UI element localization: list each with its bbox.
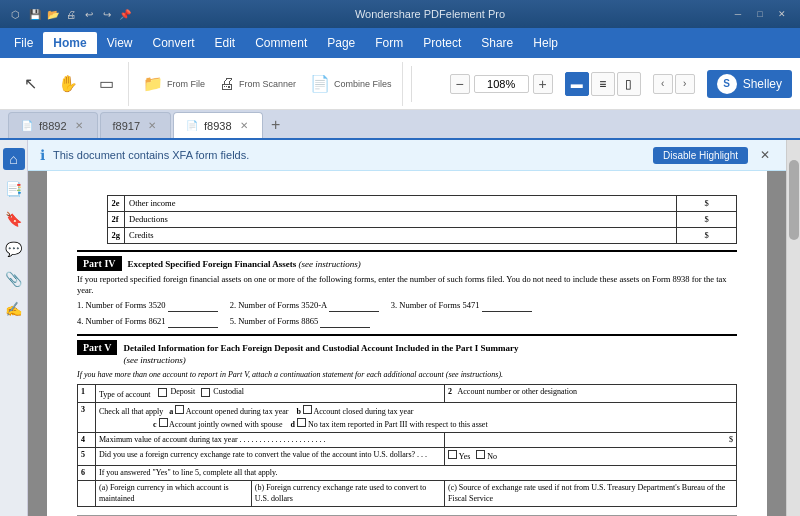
part5-row4: 4 Maximum value of account during tax ye… bbox=[78, 432, 737, 447]
from-file-icon: 📁 bbox=[143, 76, 163, 92]
combine-files-button[interactable]: 📄 Combine Files bbox=[304, 73, 398, 95]
tab-f8938[interactable]: 📄 f8938 ✕ bbox=[173, 112, 263, 138]
vertical-scrollbar[interactable] bbox=[786, 140, 800, 516]
scanner-icon: 🖨 bbox=[219, 76, 235, 92]
row-2e-num: 2e bbox=[107, 196, 125, 212]
toolbar: ↖ ✋ ▭ 📁 From File 🖨 From Scanner 📄 Combi… bbox=[0, 58, 800, 110]
folder-open-icon[interactable]: 📂 bbox=[46, 7, 60, 21]
menu-protect[interactable]: Protect bbox=[413, 32, 471, 54]
sidebar-pages-icon[interactable]: 📑 bbox=[3, 178, 25, 200]
tab-f8892-label: f8892 bbox=[39, 120, 67, 132]
document-area: ℹ This document contains XFA form fields… bbox=[28, 140, 786, 516]
part2-table-continued: 2e Other income $ 2f Deductions $ 2g Cre… bbox=[77, 195, 737, 244]
single-page-view-button[interactable]: ▬ bbox=[565, 72, 589, 96]
row6-label: If you answered "Yes" to line 5, complet… bbox=[96, 465, 737, 480]
hand-tool[interactable]: ✋ bbox=[50, 73, 86, 95]
row-2e-symbol: $ bbox=[677, 196, 737, 212]
part5-row6: 6 If you answered "Yes" to line 5, compl… bbox=[78, 465, 737, 480]
part4-header: Part IV Excepted Specified Foreign Finan… bbox=[77, 250, 737, 271]
tab-f8938-close[interactable]: ✕ bbox=[238, 120, 250, 131]
xfa-close-button[interactable]: ✕ bbox=[756, 146, 774, 164]
tab-f8917[interactable]: f8917 ✕ bbox=[100, 112, 172, 138]
row1-col2: 2 Account number or other designation bbox=[444, 385, 736, 403]
print-icon[interactable]: 🖨 bbox=[64, 7, 78, 21]
row-2g-symbol: $ bbox=[677, 228, 737, 244]
tab-f8892-close[interactable]: ✕ bbox=[73, 120, 85, 131]
left-sidebar: ⌂ 📑 🔖 💬 📎 ✍ bbox=[0, 140, 28, 516]
pin-icon[interactable]: 📌 bbox=[118, 7, 132, 21]
form3520a-label: 2. Number of Forms 3520-A bbox=[230, 300, 379, 312]
tab-f8892-icon: 📄 bbox=[21, 120, 33, 131]
zoom-level-display[interactable]: 108% bbox=[474, 75, 529, 93]
menu-form[interactable]: Form bbox=[365, 32, 413, 54]
select-tool[interactable]: ▭ bbox=[88, 73, 124, 95]
form8621-label: 4. Number of Forms 8621 bbox=[77, 316, 218, 328]
from-scanner-button[interactable]: 🖨 From Scanner bbox=[213, 73, 302, 95]
sidebar-home-icon[interactable]: ⌂ bbox=[3, 148, 25, 170]
custodial-check: Custodial bbox=[201, 387, 244, 397]
app-icon: ⬡ bbox=[8, 7, 22, 21]
sidebar-signatures-icon[interactable]: ✍ bbox=[3, 298, 25, 320]
tab-f8938-icon: 📄 bbox=[186, 120, 198, 131]
part5-col-headers: (a) Foreign currency in which account is… bbox=[78, 481, 737, 507]
tab-f8917-close[interactable]: ✕ bbox=[146, 120, 158, 131]
sidebar-comments-icon[interactable]: 💬 bbox=[3, 238, 25, 260]
part4-num: Part IV bbox=[77, 256, 122, 271]
menu-comment[interactable]: Comment bbox=[245, 32, 317, 54]
two-page-view-button[interactable]: ▯ bbox=[617, 72, 641, 96]
row5-label: Did you use a foreign currency exchange … bbox=[96, 448, 445, 465]
window-controls: ─ □ ✕ bbox=[728, 7, 792, 21]
zoom-controls: − 108% + bbox=[450, 74, 553, 94]
add-tab-button[interactable]: + bbox=[265, 114, 287, 136]
from-file-label: From File bbox=[167, 79, 205, 89]
avatar: S bbox=[717, 74, 737, 94]
nav-next-button[interactable]: › bbox=[675, 74, 695, 94]
tab-bar: 📄 f8892 ✕ f8917 ✕ 📄 f8938 ✕ + bbox=[0, 110, 800, 140]
sidebar-attachments-icon[interactable]: 📎 bbox=[3, 268, 25, 290]
undo-icon[interactable]: ↩ bbox=[82, 7, 96, 21]
part5-header: Part V Detailed Information for Each For… bbox=[77, 334, 737, 366]
col-header-empty bbox=[78, 481, 96, 507]
tab-f8892[interactable]: 📄 f8892 ✕ bbox=[8, 112, 98, 138]
user-account-button[interactable]: S Shelley bbox=[707, 70, 792, 98]
menu-convert[interactable]: Convert bbox=[142, 32, 204, 54]
menu-file[interactable]: File bbox=[4, 32, 43, 54]
minimize-button[interactable]: ─ bbox=[728, 7, 748, 21]
select-icon: ▭ bbox=[99, 76, 114, 92]
row-2g-label: Credits bbox=[125, 228, 677, 244]
maximize-button[interactable]: □ bbox=[750, 7, 770, 21]
close-button[interactable]: ✕ bbox=[772, 7, 792, 21]
combine-icon: 📄 bbox=[310, 76, 330, 92]
nav-prev-button[interactable]: ‹ bbox=[653, 74, 673, 94]
xfa-message: This document contains XFA form fields. bbox=[53, 149, 645, 161]
row5-yesno: Yes No bbox=[444, 448, 736, 465]
menu-edit[interactable]: Edit bbox=[205, 32, 246, 54]
cursor-tool[interactable]: ↖ bbox=[12, 73, 48, 95]
title-bar: ⬡ 💾 📂 🖨 ↩ ↪ 📌 Wondershare PDFelement Pro… bbox=[0, 0, 800, 28]
row1-num: 1 bbox=[78, 385, 96, 403]
form5471-label: 3. Number of Forms 5471 bbox=[391, 300, 532, 312]
from-file-button[interactable]: 📁 From File bbox=[137, 73, 211, 95]
menu-home[interactable]: Home bbox=[43, 32, 96, 54]
part5-num: Part V bbox=[77, 340, 117, 355]
menu-share[interactable]: Share bbox=[471, 32, 523, 54]
part5-title: Detailed Information for Each Foreign De… bbox=[123, 343, 518, 366]
row4-dollar: $ bbox=[444, 432, 736, 447]
menu-help[interactable]: Help bbox=[523, 32, 568, 54]
menu-page[interactable]: Page bbox=[317, 32, 365, 54]
disable-highlight-button[interactable]: Disable Highlight bbox=[653, 147, 748, 164]
save-icon[interactable]: 💾 bbox=[28, 7, 42, 21]
row6-num: 6 bbox=[78, 465, 96, 480]
redo-icon[interactable]: ↪ bbox=[100, 7, 114, 21]
file-tools: 📁 From File 🖨 From Scanner 📄 Combine Fil… bbox=[133, 62, 403, 106]
scroll-view-button[interactable]: ≡ bbox=[591, 72, 615, 96]
row1-type: Type of account Deposit Custodial bbox=[96, 385, 445, 403]
scrollbar-thumb[interactable] bbox=[789, 160, 799, 240]
nav-arrows: ‹ › bbox=[653, 74, 695, 94]
menu-view[interactable]: View bbox=[97, 32, 143, 54]
toolbar-sep-1 bbox=[411, 66, 412, 102]
zoom-out-button[interactable]: − bbox=[450, 74, 470, 94]
row3-content: Check all that apply a Account opened du… bbox=[96, 403, 737, 433]
sidebar-bookmarks-icon[interactable]: 🔖 bbox=[3, 208, 25, 230]
zoom-in-button[interactable]: + bbox=[533, 74, 553, 94]
